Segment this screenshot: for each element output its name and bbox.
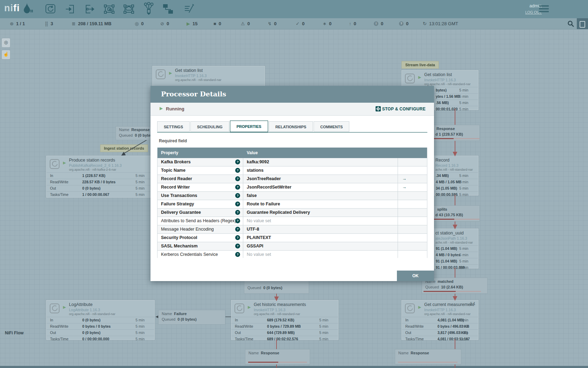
table-row: Attributes to Send as Headers (Regex)? N… (158, 217, 427, 225)
processor-bundle: org.apache.nifi - nifi-standard-nar (424, 312, 471, 316)
help-icon[interactable]: ? (235, 210, 240, 215)
birdseye-button[interactable]: ◎ (1, 38, 10, 48)
cluster-icon: ⊛ (10, 21, 14, 26)
breadcrumb[interactable]: NiFi Flow (5, 330, 23, 335)
run-status-icon: ▶ (169, 71, 172, 75)
table-header: Property Value (158, 148, 427, 158)
processor-component-icon[interactable] (45, 4, 56, 15)
stat-row-taskstime: Tasks/Time4,081 / 00:03:11.1675 min (402, 336, 478, 342)
input-port-icon[interactable] (64, 4, 76, 15)
status-not-transmitting: ⊘0 (160, 18, 169, 29)
ok-button[interactable]: OK (397, 271, 434, 281)
status-sync-failure: ?0 (399, 18, 408, 29)
table-row: Failure Strategy? Route to Failure (158, 200, 427, 209)
processor-title: Get current measurement (424, 302, 474, 307)
invalid-icon: ⚠ (241, 21, 245, 26)
search-button[interactable] (566, 18, 576, 29)
table-row: Use Transactions? false (158, 192, 427, 200)
processor-logattribute[interactable]: ▶ LogAttribute LogAttribute 1.16.3 org.a… (46, 300, 155, 340)
goto-service-icon[interactable]: → (402, 183, 407, 191)
output-port-icon[interactable] (84, 4, 95, 15)
queue-bar (454, 219, 479, 220)
help-icon[interactable]: ? (235, 252, 240, 257)
help-icon[interactable]: ? (235, 185, 240, 190)
table-row: Security Protocol? PLAINTEXT (158, 234, 427, 242)
stat-row-taskstime: Tasks/Time689 / 00:02:02.5765 min (231, 336, 338, 342)
processor-icon (234, 303, 245, 314)
sync-failure-icon: ? (399, 21, 404, 26)
flow-document-button[interactable] (577, 18, 588, 29)
processor-bundle: org.apache.nifi - nifi-standard-nar (424, 82, 471, 86)
status-running: ▶15 (187, 18, 197, 29)
connection-label-failure[interactable]: NameFailure Queued0 (0 bytes) (158, 310, 225, 325)
stat-row-taskstime: Tasks/Time0 / 00:00:00.0005 min (47, 336, 154, 342)
processor-bundle-fragment: ache.nifi - nifi-standard-nar (435, 241, 473, 244)
table-row: Delivery Guarantee? Guarantee Replicated… (158, 209, 427, 217)
processor-icon (49, 303, 60, 314)
stop-and-configure-button[interactable]: STOP & CONFIGURE (376, 106, 426, 111)
help-icon[interactable]: ? (235, 159, 240, 164)
help-icon[interactable]: ? (235, 227, 240, 232)
canvas-label-ingest-station-records[interactable]: Ingest station records (100, 144, 148, 152)
status-transmitting: ◎0 (135, 18, 144, 29)
processor-type: PublishKafkaRecord_2_6 1.16.3 (69, 163, 122, 168)
processor-type: InvokeHTTP 1.16.3 (254, 308, 285, 312)
locally-modified-stale-icon: ! (374, 21, 378, 26)
tab-comments[interactable]: COMMENTS (314, 121, 349, 132)
status-stopped: ■0 (214, 18, 221, 29)
search-icon (567, 20, 574, 27)
tab-settings[interactable]: SETTINGS (157, 121, 190, 132)
help-icon[interactable]: ? (235, 235, 240, 240)
tab-scheduling[interactable]: SCHEDULING (190, 121, 229, 132)
help-icon[interactable]: ? (235, 193, 240, 198)
canvas-label-stream-live-data[interactable]: Stream live-data (401, 61, 439, 69)
goto-service-icon[interactable]: → (402, 175, 407, 183)
processor-get-current-measurement[interactable]: ▶ Get current measurement InvokeHTTP 1.1… (401, 300, 478, 340)
remote-process-group-icon[interactable] (123, 4, 134, 15)
process-group-icon[interactable] (104, 4, 115, 15)
global-menu-icon[interactable] (539, 5, 549, 13)
running-icon: ▶ (160, 106, 163, 111)
up-to-date-icon: ✓ (296, 21, 300, 26)
template-icon[interactable] (162, 4, 174, 15)
funnel-icon[interactable] (143, 2, 154, 13)
queued-list-icon: ≣ (72, 21, 76, 26)
processor-produce-station-records[interactable]: ▶ Produce station records PublishKafkaRe… (46, 156, 155, 198)
hand-tool-button[interactable]: ☝ (1, 50, 10, 60)
processor-icon (405, 303, 415, 314)
help-icon[interactable]: ? (235, 176, 240, 181)
help-icon[interactable]: ? (235, 168, 240, 173)
connection-label-below-historic[interactable]: NameResponse (245, 349, 310, 364)
processor-details-dialog: Processor Details ▶ Running STOP & CONFI… (150, 86, 434, 281)
help-icon[interactable]: ? (235, 202, 240, 206)
run-status-icon: ▶ (63, 305, 66, 309)
locally-modified-icon: ∗ (323, 21, 327, 26)
connection-label-below-current[interactable]: NameResponse (395, 349, 461, 364)
table-row: Record Writer? JsonRecordSetWriter → (158, 183, 427, 192)
processor-get-historic-measurements[interactable]: ▶ Get historic measurements InvokeHTTP 1… (231, 300, 338, 340)
help-icon[interactable]: ? (235, 218, 240, 223)
stat-row-taskstime: Tasks/Time1 / 00:00:00.0675 min (47, 191, 154, 198)
document-icon (580, 21, 585, 28)
logout-link[interactable]: LOG OUT (503, 10, 542, 14)
nifi-logo-text: fi (13, 3, 20, 13)
dialog-header: Processor Details (150, 86, 434, 103)
processor-bundle-fragment: ache.nifi - nifi-standard-nar (435, 168, 473, 171)
stat-row-readwrite: Read/Write0 bytes / 0 bytes5 min (47, 323, 154, 329)
dialog-tabs: SETTINGS SCHEDULING PROPERTIES RELATIONS… (157, 121, 427, 132)
stat-row-out: Out0 (0 bytes)5 min (47, 329, 154, 336)
stat-row-in: In4,081 (1.04 MB)5 min (402, 317, 478, 323)
status-refresh[interactable]: ↻13:01:28 GMT (423, 18, 458, 29)
disabled-icon: ↯ (268, 21, 272, 26)
processor-type-fragment: Record 1.16.3 (435, 163, 458, 168)
tab-relationships[interactable]: RELATIONSHIPS (269, 121, 313, 132)
label-icon[interactable] (183, 4, 195, 15)
help-icon[interactable]: ? (235, 244, 240, 248)
processor-bundle: org.apache.nifi - nifi-standard-nar (69, 312, 115, 316)
tab-properties[interactable]: PROPERTIES (230, 121, 268, 132)
gear-icon (376, 106, 381, 111)
refresh-icon[interactable]: ↻ (423, 21, 427, 26)
run-status-icon: ▶ (63, 161, 66, 165)
run-status-icon: ▶ (248, 305, 251, 309)
table-row: SASL Mechanism? GSSAPI (158, 242, 427, 251)
